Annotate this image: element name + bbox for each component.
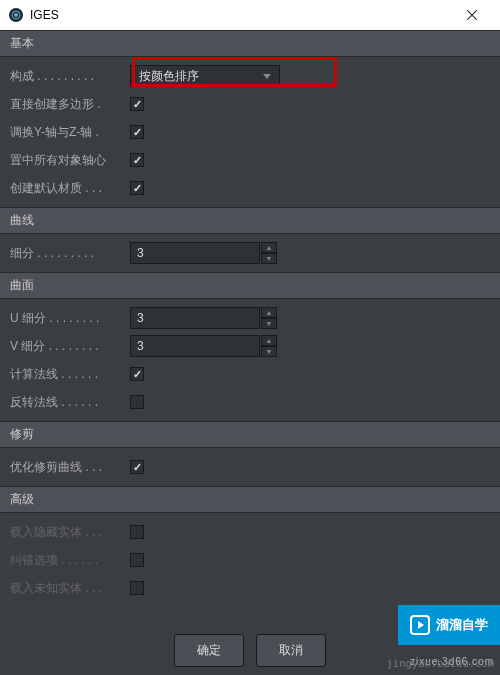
spinner-up[interactable]: ▲ [261,242,277,253]
row-direct-polygons: 直接创建多边形 . [10,91,490,117]
row-error-options: 纠错选项 . . . . . . [10,547,490,573]
row-flip-normals: 反转法线 . . . . . . [10,389,490,415]
section-basic: 基本 构成 . . . . . . . . . 按颜色排序 直接创建多边形 . … [0,30,500,207]
row-v-subdiv: V 细分 . . . . . . . . ▲ ▼ [10,333,490,359]
section-header-basic: 基本 [0,30,500,57]
chevron-down-icon [263,74,271,79]
label-unknown-entities: 载入未知实体 . . . [10,580,130,597]
dropdown-value: 按颜色排序 [139,68,199,85]
checkbox-calc-normals[interactable] [130,367,144,381]
cancel-button[interactable]: 取消 [256,634,326,667]
label-swap-yz: 调换Y-轴与Z-轴 . [10,124,130,141]
section-header-surfaces: 曲面 [0,272,500,299]
app-icon [8,7,24,23]
ok-button[interactable]: 确定 [174,634,244,667]
section-curves: 曲线 细分 . . . . . . . . . ▲ ▼ [0,207,500,272]
spinner-down[interactable]: ▼ [261,253,277,264]
window-title: IGES [30,8,59,22]
label-error-options: 纠错选项 . . . . . . [10,552,130,569]
label-flip-normals: 反转法线 . . . . . . [10,394,130,411]
label-center-axis: 置中所有对象轴心 [10,152,130,169]
checkbox-hidden-entities[interactable] [130,525,144,539]
play-icon [410,615,430,635]
titlebar: IGES [0,0,500,30]
section-header-trim: 修剪 [0,421,500,448]
input-v-subdiv[interactable] [130,335,260,357]
dropdown-composition[interactable]: 按颜色排序 [130,65,280,87]
checkbox-create-material[interactable] [130,181,144,195]
spinner-down[interactable]: ▼ [261,318,277,329]
label-hidden-entities: 载入隐藏实体 . . . [10,524,130,541]
section-body-advanced: 载入隐藏实体 . . . 纠错选项 . . . . . . 载入未知实体 . .… [0,513,500,607]
row-curve-subdiv: 细分 . . . . . . . . . ▲ ▼ [10,240,490,266]
close-icon [467,10,477,20]
section-header-advanced: 高级 [0,486,500,513]
section-surfaces: 曲面 U 细分 . . . . . . . . ▲ ▼ V 细分 . . . .… [0,272,500,421]
checkbox-center-axis[interactable] [130,153,144,167]
label-composition: 构成 . . . . . . . . . [10,68,130,85]
row-u-subdiv: U 细分 . . . . . . . . ▲ ▼ [10,305,490,331]
watermark-url: jingyan.baidu.com [387,657,494,669]
spinner-down[interactable]: ▼ [261,346,277,357]
section-header-curves: 曲线 [0,207,500,234]
label-v-subdiv: V 细分 . . . . . . . . [10,338,130,355]
spinner-up[interactable]: ▲ [261,307,277,318]
section-body-curves: 细分 . . . . . . . . . ▲ ▼ [0,234,500,272]
label-u-subdiv: U 细分 . . . . . . . . [10,310,130,327]
spinner-buttons: ▲ ▼ [261,307,277,329]
checkbox-flip-normals[interactable] [130,395,144,409]
section-advanced: 高级 载入隐藏实体 . . . 纠错选项 . . . . . . 载入未知实体 … [0,486,500,607]
label-calc-normals: 计算法线 . . . . . . [10,366,130,383]
spinner-u-subdiv: ▲ ▼ [130,307,277,329]
label-curve-subdiv: 细分 . . . . . . . . . [10,245,130,262]
input-curve-subdiv[interactable] [130,242,260,264]
section-body-basic: 构成 . . . . . . . . . 按颜色排序 直接创建多边形 . 调换Y… [0,57,500,207]
input-u-subdiv[interactable] [130,307,260,329]
checkbox-direct-polygons[interactable] [130,97,144,111]
close-button[interactable] [452,0,492,30]
watermark-brand: 溜溜自学 [436,616,488,634]
row-hidden-entities: 载入隐藏实体 . . . [10,519,490,545]
spinner-buttons: ▲ ▼ [261,242,277,264]
spinner-buttons: ▲ ▼ [261,335,277,357]
titlebar-left: IGES [8,7,59,23]
spinner-v-subdiv: ▲ ▼ [130,335,277,357]
row-create-material: 创建默认材质 . . . [10,175,490,201]
label-direct-polygons: 直接创建多边形 . [10,96,130,113]
spinner-up[interactable]: ▲ [261,335,277,346]
content: 基本 构成 . . . . . . . . . 按颜色排序 直接创建多边形 . … [0,30,500,607]
section-body-surfaces: U 细分 . . . . . . . . ▲ ▼ V 细分 . . . . . … [0,299,500,421]
checkbox-error-options[interactable] [130,553,144,567]
section-body-trim: 优化修剪曲线 . . . [0,448,500,486]
label-optimize-trim: 优化修剪曲线 . . . [10,459,130,476]
row-center-axis: 置中所有对象轴心 [10,147,490,173]
svg-point-2 [14,13,18,17]
spinner-curve-subdiv: ▲ ▼ [130,242,277,264]
checkbox-optimize-trim[interactable] [130,460,144,474]
label-create-material: 创建默认材质 . . . [10,180,130,197]
section-trim: 修剪 优化修剪曲线 . . . [0,421,500,486]
checkbox-swap-yz[interactable] [130,125,144,139]
row-optimize-trim: 优化修剪曲线 . . . [10,454,490,480]
row-calc-normals: 计算法线 . . . . . . [10,361,490,387]
row-composition: 构成 . . . . . . . . . 按颜色排序 [10,63,490,89]
row-swap-yz: 调换Y-轴与Z-轴 . [10,119,490,145]
row-unknown-entities: 载入未知实体 . . . [10,575,490,601]
checkbox-unknown-entities[interactable] [130,581,144,595]
